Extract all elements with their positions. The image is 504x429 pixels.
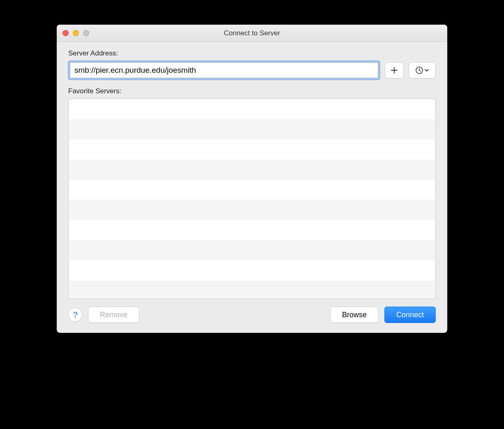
favorite-servers-list[interactable] — [68, 99, 436, 299]
recent-servers-button[interactable] — [409, 62, 436, 78]
add-favorite-button[interactable] — [385, 62, 404, 78]
address-input-focus-ring — [68, 61, 380, 80]
favorite-servers-label: Favorite Servers: — [68, 87, 436, 95]
server-address-input[interactable] — [70, 62, 378, 78]
window-content: Server Address: Favorite Servers: — [57, 42, 447, 333]
chevron-down-icon — [424, 68, 429, 73]
plus-icon — [391, 67, 398, 74]
address-row — [68, 61, 436, 80]
titlebar: Connect to Server — [57, 25, 447, 42]
list-item — [69, 240, 435, 260]
list-item — [69, 99, 435, 119]
window-title: Connect to Server — [57, 29, 447, 37]
help-button[interactable]: ? — [68, 308, 82, 322]
connect-button[interactable]: Connect — [384, 307, 436, 323]
browse-button[interactable]: Browse — [330, 307, 379, 323]
list-item — [69, 180, 435, 200]
list-item — [69, 280, 435, 299]
bottom-toolbar: ? Remove Browse Connect — [68, 307, 436, 323]
list-item — [69, 159, 435, 180]
clock-icon — [415, 66, 423, 74]
list-item — [69, 260, 435, 280]
list-item — [69, 119, 435, 139]
list-item — [69, 139, 435, 159]
connect-to-server-window: Connect to Server Server Address: — [57, 25, 447, 333]
server-address-label: Server Address: — [68, 49, 436, 58]
list-item — [69, 220, 435, 240]
list-item — [69, 200, 435, 220]
help-icon: ? — [73, 310, 77, 320]
remove-button: Remove — [88, 307, 139, 323]
